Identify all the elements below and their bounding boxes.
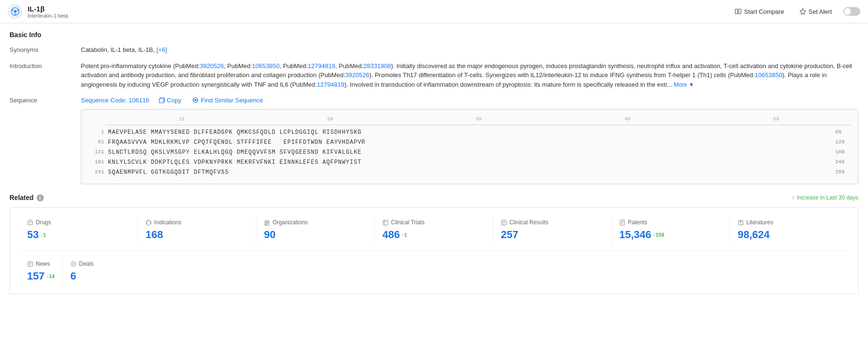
synonyms-more-link[interactable]: [+6] [156, 46, 167, 53]
increase-label: Increase in Last 30 days [797, 194, 858, 201]
patents-count: 15,346 ↑159 [619, 229, 664, 241]
header-right: Start Compare Set Alert [731, 6, 860, 17]
svg-rect-23 [266, 222, 267, 223]
deals-icon [70, 261, 77, 267]
related-info-icon[interactable]: i [37, 194, 44, 201]
drugs-label: Drugs [36, 219, 51, 226]
pubmed7-link[interactable]: 12794819 [317, 81, 344, 88]
organizations-icon [264, 220, 270, 226]
find-similar-sequence-button[interactable]: Find Similar Sequence [191, 96, 265, 105]
pubmed2-link[interactable]: 10653850 [252, 62, 280, 70]
clinical-results-count: 257 [501, 229, 518, 241]
copy-icon [159, 97, 165, 103]
clinical-results-label: Clinical Results [509, 219, 548, 226]
related-item-deals[interactable]: Deals 6 [63, 257, 101, 286]
page-subtitle: Interleukin-1 beta [28, 13, 68, 19]
svg-point-20 [150, 223, 151, 224]
indications-label: Indications [154, 219, 181, 226]
svg-point-1 [14, 10, 17, 13]
indications-count: 168 [146, 229, 163, 241]
related-item-patents[interactable]: Patents 15,346 ↑159 [612, 215, 730, 245]
patents-increase: ↑159 [653, 232, 664, 238]
pubmed3-link[interactable]: 12794819 [308, 62, 335, 70]
sequence-value: Sequence Code: 106116 Copy Find Similar … [81, 96, 858, 184]
related-item-clinical-results[interactable]: Clinical Results 257 [493, 215, 612, 245]
synonyms-value: Catabolin, IL-1 beta, IL-1B, [+6] [81, 45, 858, 55]
svg-point-21 [146, 223, 147, 224]
drugs-count: 53 ↑1 [27, 229, 46, 241]
introduction-label: Introduction [10, 61, 81, 70]
svg-line-5 [13, 10, 14, 11]
related-header: Related i ↑ Increase in Last 30 days [10, 194, 858, 201]
seq-line-5: 241 SQAENMPVFL GGTKGGQDIT DFTMQFVSS 269 [89, 168, 850, 177]
pubmed5-link[interactable]: 3920526 [345, 71, 370, 79]
synonyms-row: Synonyms Catabolin, IL-1 beta, IL-1B, [+… [10, 45, 858, 55]
svg-point-17 [146, 221, 147, 222]
literatures-count: 98,624 [738, 229, 770, 241]
clinical-trials-icon [382, 220, 389, 226]
page-title: IL-1β [28, 5, 68, 13]
sequence-row: Sequence Sequence Code: 106116 Copy [10, 96, 858, 184]
set-alert-button[interactable]: Set Alert [796, 6, 836, 17]
title-group: IL-1β Interleukin-1 beta [28, 5, 68, 19]
start-compare-button[interactable]: Start Compare [731, 6, 788, 17]
news-icon [27, 261, 33, 267]
svg-point-19 [150, 221, 151, 222]
related-box: Drugs 53 ↑1 [10, 207, 858, 294]
seq-line-4: 181 KNLYLSCVLK DDKPTLQLES VDPKNYPRKK MEK… [89, 158, 850, 167]
seq-line-3: 121 SLNCTLRDSQ QKSLVMSGPY ELKALHLQGQ DME… [89, 148, 850, 157]
pubmed6-link[interactable]: 10653850 [755, 71, 782, 79]
clinical-results-icon [501, 220, 507, 226]
increase-arrow-icon: ↑ [791, 194, 795, 201]
svg-rect-26 [383, 220, 388, 225]
seq-line-2: 61 FRQAASVVVA MDKLRKMLVP CPQTFQENDL STFF… [89, 138, 850, 147]
svg-rect-24 [267, 222, 268, 223]
clinical-trials-label: Clinical Trials [391, 219, 425, 226]
alert-toggle[interactable] [843, 7, 860, 16]
svg-rect-11 [159, 99, 164, 103]
clinical-trials-increase: ↑1 [402, 232, 407, 238]
find-similar-icon [193, 97, 199, 103]
molecule-icon [8, 4, 23, 19]
pubmed1-link[interactable]: 3920526 [200, 62, 224, 70]
related-item-news[interactable]: News 157 ↑14 [20, 257, 63, 286]
related-grid-row2: News 157 ↑14 Deals 6 [20, 257, 848, 286]
svg-line-6 [17, 10, 18, 11]
sequence-box: 10 20 30 40 50 1 MAEVPELASE MMAYYSENED D… [81, 109, 858, 185]
organizations-count: 90 [264, 229, 275, 241]
related-item-drugs[interactable]: Drugs 53 ↑1 [20, 215, 138, 245]
related-grid: Drugs 53 ↑1 [20, 215, 848, 245]
related-title: Related i [10, 194, 44, 201]
literatures-icon [738, 220, 744, 226]
svg-rect-9 [739, 9, 741, 14]
related-item-organizations[interactable]: Organizations 90 [256, 215, 375, 245]
synonyms-label: Synonyms [10, 45, 81, 53]
related-item-literatures[interactable]: Literatures 98,624 [730, 215, 848, 245]
compare-icon [735, 8, 741, 15]
drugs-increase: ↑1 [40, 232, 46, 238]
alert-icon [800, 8, 806, 15]
sequence-code-link[interactable]: Sequence Code: 106116 [81, 96, 149, 105]
deals-count: 6 [70, 270, 76, 282]
header-left: IL-1β Interleukin-1 beta [8, 4, 68, 19]
introduction-value: Potent pro-inflammatory cytokine (PubMed… [81, 61, 858, 90]
svg-point-41 [71, 261, 76, 266]
svg-point-4 [15, 14, 16, 16]
sequence-header: Sequence Code: 106116 Copy Find Similar … [81, 96, 858, 105]
patents-icon [619, 220, 625, 226]
patents-label: Patents [628, 219, 647, 226]
pubmed4-link[interactable]: 28331908 [363, 62, 391, 70]
svg-point-18 [148, 220, 149, 221]
literatures-label: Literatures [746, 219, 773, 226]
more-link[interactable]: More ▼ [674, 81, 694, 88]
clinical-trials-count: 486 ↑1 [382, 229, 407, 241]
news-count: 157 ↑14 [27, 270, 55, 282]
indications-icon [146, 220, 152, 226]
related-item-indications[interactable]: Indications 168 [138, 215, 256, 245]
related-item-clinical-trials[interactable]: Clinical Trials 486 ↑1 [375, 215, 493, 245]
copy-button[interactable]: Copy [157, 96, 183, 105]
sequence-label: Sequence [10, 96, 81, 104]
news-label: News [36, 260, 50, 267]
increase-label-group: ↑ Increase in Last 30 days [791, 194, 858, 201]
basic-info-section-title: Basic Info [10, 31, 858, 39]
